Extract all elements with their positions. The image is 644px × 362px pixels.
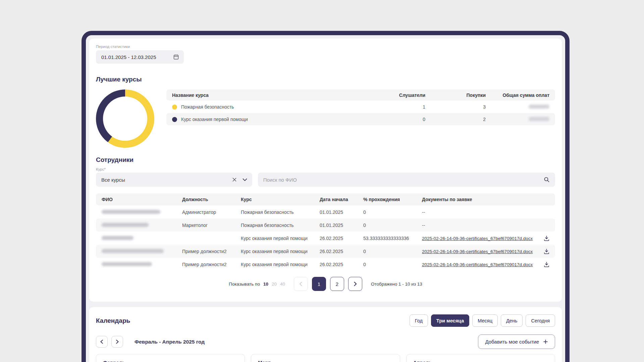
period-label: Период статистики: [96, 45, 555, 49]
table-row: Администратор Пожарная безопасность 01.0…: [96, 205, 555, 219]
course-value: Пожарная безопасность: [241, 209, 320, 215]
download-icon[interactable]: [535, 235, 549, 241]
calendar-next-button[interactable]: [111, 336, 123, 348]
total-value-redacted: [486, 104, 549, 110]
fio-redacted: [102, 223, 182, 228]
doc-empty: --: [422, 223, 535, 228]
search-icon[interactable]: [544, 177, 550, 183]
legend-dot-yellow: [172, 105, 177, 110]
search-field: [258, 173, 555, 187]
col-fio: ФИО: [102, 197, 182, 202]
legend-dot-navy: [172, 117, 177, 122]
chevron-down-icon[interactable]: [242, 178, 248, 181]
pagination-summary: Отображено 1 - 10 из 13: [371, 282, 422, 287]
listeners-value: 0: [353, 117, 425, 122]
app-frame: Период статистики 01.01.2025 - 12.03.202…: [82, 31, 570, 362]
purchases-value: 2: [425, 117, 486, 122]
view-three-months-button[interactable]: Три месяца: [431, 314, 469, 327]
col-progress: % прохождения: [363, 197, 422, 202]
table-row: Курс оказания первой помощи 26.02.2025 5…: [96, 232, 555, 245]
month-title: Март: [258, 360, 399, 362]
page-size-10[interactable]: 10: [263, 282, 268, 287]
calendar-title: Календарь: [96, 317, 130, 324]
pagination: Показывать по 10 20 40 1 2 Отображено 1 …: [96, 277, 555, 291]
view-year-button[interactable]: Год: [410, 314, 428, 327]
period-block: Период статистики 01.01.2025 - 12.03.202…: [96, 45, 555, 64]
progress-value: 0: [363, 249, 422, 254]
page-button-2[interactable]: 2: [330, 277, 344, 291]
certificate-link[interactable]: 2025-02-26-14-09-36-certificates_67bef67…: [422, 262, 533, 267]
start-value: 01.01.2025: [320, 223, 363, 228]
certificate-link[interactable]: 2025-02-26-14-09-36-certificates_67bef67…: [422, 249, 533, 254]
period-date-field[interactable]: 01.01.2025 - 12.03.2025: [96, 50, 184, 64]
col-docs: Документы по заявке: [422, 197, 535, 202]
month-title: Апрель: [413, 360, 555, 362]
col-position: Должность: [182, 197, 241, 202]
clear-icon[interactable]: [232, 177, 237, 182]
table-row: Пожарная безопасность 1 3: [166, 101, 555, 113]
table-row: Маркетолог Пожарная безопасность 01.01.2…: [96, 219, 555, 232]
view-today-button[interactable]: Сегодня: [526, 314, 555, 327]
course-value: Курс оказания первой помощи: [241, 262, 320, 267]
col-start: Дата начала: [320, 197, 363, 202]
month-card-february: Февраль: [96, 354, 245, 362]
search-input[interactable]: [263, 177, 544, 183]
courses-donut-chart: [96, 89, 154, 148]
prev-page-button[interactable]: [294, 277, 308, 291]
month-card-march: Март: [251, 354, 400, 362]
progress-value: 0: [363, 262, 422, 267]
page-button-1[interactable]: 1: [312, 277, 326, 291]
page-size-40[interactable]: 40: [280, 282, 285, 287]
total-value-redacted: [486, 117, 549, 122]
fio-redacted: [102, 249, 182, 254]
calendar-card: Календарь Год Три месяца Месяц День Сего…: [89, 307, 562, 362]
fio-redacted: [102, 236, 182, 241]
next-page-button[interactable]: [348, 277, 362, 291]
stats-card: Период статистики 01.01.2025 - 12.03.202…: [89, 39, 562, 302]
month-title: Февраль: [103, 360, 245, 362]
start-value: 26.02.2025: [320, 236, 363, 241]
add-event-label: Добавить мое событие: [485, 339, 539, 345]
purchases-value: 3: [425, 104, 486, 110]
table-row: Пример должности2 Курс оказания первой п…: [96, 245, 555, 258]
download-icon[interactable]: [535, 261, 549, 267]
view-day-button[interactable]: День: [501, 314, 523, 327]
col-total: Общая сумма оплат: [486, 93, 549, 98]
add-event-button[interactable]: Добавить мое событие: [478, 335, 555, 349]
position-value: Маркетолог: [182, 223, 241, 228]
course-filter-value: Все курсы: [101, 177, 232, 183]
course-name: Пожарная безопасность: [181, 104, 234, 110]
fio-redacted: [102, 262, 182, 267]
calendar-prev-button[interactable]: [96, 336, 108, 348]
progress-value: 0: [363, 209, 422, 215]
position-value: Пример должности2: [182, 249, 241, 254]
start-value: 26.02.2025: [320, 249, 363, 254]
employees-table-header: ФИО Должность Курс Дата начала % прохожд…: [96, 193, 555, 205]
certificate-link[interactable]: 2025-02-26-14-09-36-certificates_67bef67…: [422, 236, 533, 241]
course-name: Курс оказания первой помощи: [181, 117, 248, 122]
course-filter-label: Курс*: [96, 167, 555, 171]
fio-redacted: [102, 209, 182, 215]
course-value: Курс оказания первой помощи: [241, 236, 320, 241]
courses-table: Название курса Слушатели Покупки Общая с…: [166, 89, 555, 125]
course-filter-select[interactable]: Все курсы: [96, 173, 252, 187]
calendar-view-switcher: Год Три месяца Месяц День Сегодня: [410, 314, 555, 327]
employees-title: Сотрудники: [96, 156, 555, 164]
table-row: Пример должности2 Курс оказания первой п…: [96, 258, 555, 271]
download-icon[interactable]: [535, 248, 549, 254]
page-size-20[interactable]: 20: [272, 282, 277, 287]
start-value: 01.01.2025: [320, 209, 363, 215]
course-value: Пожарная безопасность: [241, 223, 320, 228]
progress-value: 0: [363, 223, 422, 228]
courses-table-header: Название курса Слушатели Покупки Общая с…: [166, 89, 555, 101]
col-course: Курс: [241, 197, 320, 202]
month-card-april: Апрель: [406, 354, 555, 362]
col-purchases: Покупки: [425, 93, 486, 98]
calendar-range-label: Февраль - Апрель 2025 год: [135, 339, 205, 345]
start-value: 26.02.2025: [320, 262, 363, 267]
view-month-button[interactable]: Месяц: [472, 314, 498, 327]
best-courses-title: Лучшие курсы: [96, 76, 555, 83]
employees-table: ФИО Должность Курс Дата начала % прохожд…: [96, 193, 555, 271]
position-value: Администратор: [182, 209, 241, 215]
calendar-icon[interactable]: [173, 54, 179, 60]
